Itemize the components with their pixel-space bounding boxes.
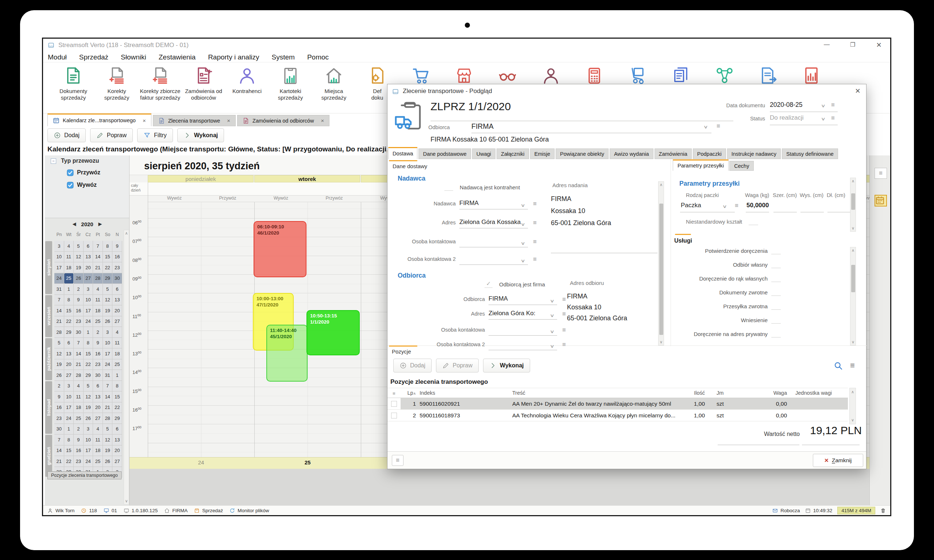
dialog-tab-dostawa[interactable]: Dostawa	[388, 147, 417, 159]
minical-day[interactable]: 8	[83, 338, 94, 349]
toolbar-item-korekty[interactable]: Korekty sprzedaży	[95, 65, 138, 113]
recipient-is-company-checkbox[interactable]: ✓	[485, 280, 492, 288]
dialog-menu-button[interactable]: ≡	[392, 455, 403, 466]
status-item-monitor-plik-w[interactable]: Monitor plików	[229, 508, 269, 513]
year-prev-button[interactable]: ◀	[72, 222, 76, 226]
minical-day[interactable]: 14	[54, 445, 64, 456]
minical-day[interactable]: 12	[83, 391, 94, 402]
minical-day[interactable]: 27	[93, 413, 103, 424]
dialog-close-icon[interactable]: ×	[855, 86, 860, 96]
dock-calendar-button[interactable]	[874, 195, 887, 206]
minical-day[interactable]: 15	[103, 252, 113, 263]
toolbar-item-dokumenty[interactable]: Dokumenty sprzedaży	[52, 65, 94, 113]
minical-day[interactable]: 22	[112, 402, 122, 413]
minical-day[interactable]: 27	[112, 316, 122, 327]
minical-day[interactable]: 13	[112, 434, 122, 445]
tree-root-label[interactable]: Typ przewozu	[61, 158, 99, 164]
minical-day[interactable]: 15	[83, 348, 94, 359]
dialog-tab-statusy-definiowane[interactable]: Statusy definiowane	[782, 148, 838, 159]
minical-day[interactable]: 12	[103, 434, 113, 445]
minical-day[interactable]: 21	[103, 402, 113, 413]
minical-day[interactable]: 19	[74, 262, 83, 273]
minical-day[interactable]: 19	[103, 305, 113, 316]
calendar-event[interactable]: 11:40-14:40 45/1/2020	[266, 325, 308, 382]
column-header-jednostka-wagi[interactable]: Jednostka wagi	[796, 390, 832, 396]
row-checkbox[interactable]	[391, 412, 397, 418]
positions-table-scrollbar[interactable]: ∧ ∨	[849, 388, 856, 424]
minical-day[interactable]: 27	[112, 456, 122, 467]
minical-day[interactable]: 16	[112, 252, 122, 263]
tab-close-icon[interactable]: ×	[321, 117, 324, 124]
minical-day[interactable]: 17	[83, 445, 94, 456]
minical-day[interactable]: 9	[74, 295, 83, 306]
date-menu-icon[interactable]: ≡	[831, 102, 835, 108]
dialog-tab-załączniki[interactable]: Załączniki	[497, 148, 529, 159]
minical-day[interactable]: 9	[74, 434, 83, 445]
minical-day[interactable]: 18	[74, 402, 83, 413]
dialog-tab-dane-podstawowe[interactable]: Dane podstawowe	[419, 148, 471, 159]
dropdown-chevron-icon[interactable]: ∨	[522, 240, 525, 246]
dropdown-chevron-icon[interactable]: ∨	[551, 328, 554, 335]
minical-day[interactable]: 9	[112, 241, 122, 252]
dialog-tab-instrukcje-nadawcy[interactable]: Instrukcje nadawcy	[727, 148, 781, 159]
wykonaj-button[interactable]: Wykonaj	[177, 128, 225, 142]
status-item-icon[interactable]	[880, 508, 886, 513]
services-scrollbar[interactable]: ∧ ∨	[850, 247, 856, 346]
minical-day[interactable]: 25	[93, 316, 103, 327]
menu-item-moduł[interactable]: Moduł	[48, 53, 67, 61]
minical-day[interactable]: 18	[93, 305, 103, 316]
package-type-menu-icon[interactable]: ≡	[735, 203, 739, 209]
field-menu-icon[interactable]: ≡	[562, 296, 566, 303]
minical-day[interactable]: 29	[112, 413, 122, 424]
minical-day[interactable]: 5	[74, 241, 83, 252]
menu-item-pomoc[interactable]: Pomoc	[307, 53, 329, 61]
params-scrollbar[interactable]: ∧ ∨	[850, 178, 856, 232]
minical-day[interactable]: 14	[93, 252, 103, 263]
minical-day[interactable]: 16	[54, 402, 64, 413]
dropdown-chevron-icon[interactable]: ∨	[551, 312, 554, 318]
minical-day[interactable]: 6	[64, 338, 74, 349]
minical-day[interactable]: 13	[83, 252, 94, 263]
minical-day[interactable]: 8	[64, 434, 74, 445]
field-menu-icon[interactable]: ≡	[562, 327, 566, 334]
minical-day[interactable]: 12	[74, 252, 83, 263]
minical-day[interactable]: 11	[93, 295, 103, 306]
document-date-dropdown[interactable]: 2020-08-25	[770, 101, 803, 109]
minical-day[interactable]: 21	[54, 456, 64, 467]
minical-day[interactable]: 28	[93, 273, 103, 284]
field-menu-icon[interactable]: ≡	[533, 220, 537, 226]
minical-day[interactable]: 11	[93, 434, 103, 445]
status-dropdown[interactable]: Do realizacji	[770, 114, 804, 122]
tree-item-przywóz[interactable]: Przywóz	[67, 169, 129, 178]
tab-zamówienia-od-odbiorców[interactable]: Zamówienia od odbiorców×	[237, 115, 329, 126]
popraw-button[interactable]: Popraw	[436, 358, 479, 372]
field-menu-icon[interactable]: ≡	[533, 256, 537, 263]
minical-day[interactable]: 7	[103, 381, 113, 392]
dialog-tab-zamówienia[interactable]: Zamówienia	[654, 148, 692, 159]
minical-day[interactable]: 17	[64, 402, 74, 413]
nonstandard-shape-checkbox[interactable]	[749, 219, 758, 225]
minical-day[interactable]: 5	[83, 381, 94, 392]
filtry-button[interactable]: Filtry	[137, 128, 173, 142]
minical-day[interactable]: 4	[93, 424, 103, 435]
dialog-tab-powiązane-obiekty[interactable]: Powiązane obiekty	[555, 148, 609, 159]
minical-day[interactable]: 20	[83, 262, 94, 273]
date-chevron-icon[interactable]: ∨	[821, 103, 826, 108]
minical-day[interactable]: 17	[103, 348, 113, 359]
minical-day[interactable]: 2	[93, 327, 103, 338]
minical-day[interactable]: 27	[83, 273, 94, 284]
minical-day[interactable]: 12	[103, 295, 113, 306]
minical-day[interactable]: 26	[83, 413, 94, 424]
minical-day[interactable]: 24	[83, 456, 94, 467]
minical-day[interactable]: 31	[103, 370, 113, 381]
field-menu-icon[interactable]: ≡	[533, 238, 537, 245]
minical-day[interactable]: 21	[54, 316, 64, 327]
sender-field-value[interactable]: FIRMA	[459, 200, 528, 207]
status-menu-icon[interactable]: ≡	[831, 115, 835, 121]
tree-expander[interactable]: −	[51, 158, 56, 164]
minical-day[interactable]: 3	[83, 424, 94, 435]
minical-day[interactable]: 15	[64, 305, 74, 316]
minical-day[interactable]: 1	[64, 424, 74, 435]
minical-day[interactable]: 29	[83, 370, 94, 381]
minical-day[interactable]: 30	[93, 370, 103, 381]
